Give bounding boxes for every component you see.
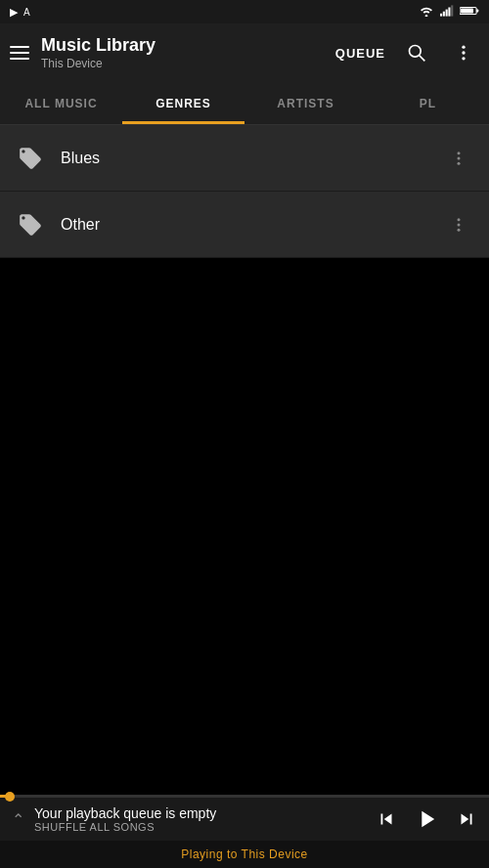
svg-point-19 (458, 228, 461, 231)
play-pause-button[interactable] (413, 805, 440, 833)
svg-rect-8 (476, 10, 478, 13)
bottom-player: ⌃ Your playback queue is empty SHUFFLE A… (0, 795, 489, 868)
player-controls (376, 805, 477, 833)
more-vertical-icon (454, 43, 473, 63)
svg-point-9 (410, 46, 422, 58)
genre-more-other[interactable] (444, 210, 473, 239)
progress-bar[interactable] (0, 795, 489, 798)
notification-icon: A (23, 7, 30, 18)
tab-playlists[interactable]: PL (367, 82, 489, 124)
header-title-area: Music Library This Device (41, 35, 324, 70)
svg-point-0 (425, 15, 428, 17)
more-vertical-icon-blues (450, 150, 467, 167)
wifi-icon (419, 5, 434, 19)
status-bar: ▶ A (0, 0, 489, 23)
svg-point-13 (462, 57, 465, 60)
now-playing-bar: Playing to This Device (0, 841, 489, 868)
hamburger-menu[interactable] (10, 46, 29, 60)
player-title: Your playback queue is empty (34, 805, 366, 821)
svg-rect-5 (451, 5, 453, 16)
svg-point-18 (458, 223, 461, 226)
svg-point-16 (458, 161, 461, 164)
player-subtitle: SHUFFLE ALL SONGS (34, 821, 366, 833)
genre-name-other: Other (61, 216, 428, 234)
player-expand-button[interactable]: ⌃ (12, 810, 24, 829)
status-bar-right (419, 5, 479, 19)
previous-button[interactable] (376, 808, 397, 830)
svg-point-14 (458, 152, 461, 154)
progress-dot (5, 792, 15, 802)
menu-line-1 (10, 46, 29, 48)
more-options-button[interactable] (448, 37, 479, 68)
tab-all-music[interactable]: ALL MUSIC (0, 82, 122, 124)
app-status-icon: ▶ (10, 6, 18, 19)
genre-more-blues[interactable] (444, 144, 473, 173)
svg-rect-7 (461, 9, 473, 14)
svg-rect-1 (440, 14, 442, 17)
genre-icon-other (16, 210, 45, 239)
svg-rect-3 (446, 10, 448, 17)
player-info: Your playback queue is empty SHUFFLE ALL… (34, 805, 366, 833)
svg-rect-4 (448, 8, 450, 17)
next-button[interactable] (456, 808, 477, 830)
skip-previous-icon (376, 808, 397, 830)
menu-line-2 (10, 52, 29, 54)
genre-item-blues[interactable]: Blues (0, 125, 489, 192)
status-bar-left: ▶ A (10, 6, 30, 19)
menu-line-3 (10, 58, 29, 60)
svg-point-15 (458, 156, 461, 159)
svg-line-10 (420, 56, 425, 62)
tab-artists[interactable]: ARTISTS (244, 82, 367, 124)
svg-point-17 (458, 218, 461, 221)
tab-genres[interactable]: GENRES (122, 82, 244, 124)
svg-rect-2 (443, 12, 445, 17)
header-actions: QUEUE (335, 37, 479, 68)
header: Music Library This Device QUEUE (0, 23, 489, 82)
search-button[interactable] (401, 37, 432, 68)
search-icon (407, 43, 426, 63)
main-content (0, 258, 489, 786)
svg-point-12 (462, 51, 465, 54)
battery-icon (460, 5, 479, 19)
header-title: Music Library (41, 35, 324, 57)
skip-next-icon (456, 808, 477, 830)
genre-item-other[interactable]: Other (0, 192, 489, 258)
play-icon (413, 805, 440, 833)
player-content: ⌃ Your playback queue is empty SHUFFLE A… (0, 798, 489, 841)
tabs: ALL MUSIC GENRES ARTISTS PL (0, 82, 489, 125)
tag-icon-other (18, 212, 43, 238)
now-playing-text: Playing to This Device (181, 847, 308, 861)
more-vertical-icon-other (450, 216, 467, 234)
genre-icon-blues (16, 144, 45, 173)
tag-icon-blues (18, 146, 43, 171)
signal-icon (440, 5, 454, 19)
queue-button[interactable]: QUEUE (335, 46, 385, 61)
genre-name-blues: Blues (61, 150, 428, 167)
genre-list: Blues Other (0, 125, 489, 258)
svg-point-11 (462, 46, 465, 49)
header-subtitle: This Device (41, 57, 324, 70)
